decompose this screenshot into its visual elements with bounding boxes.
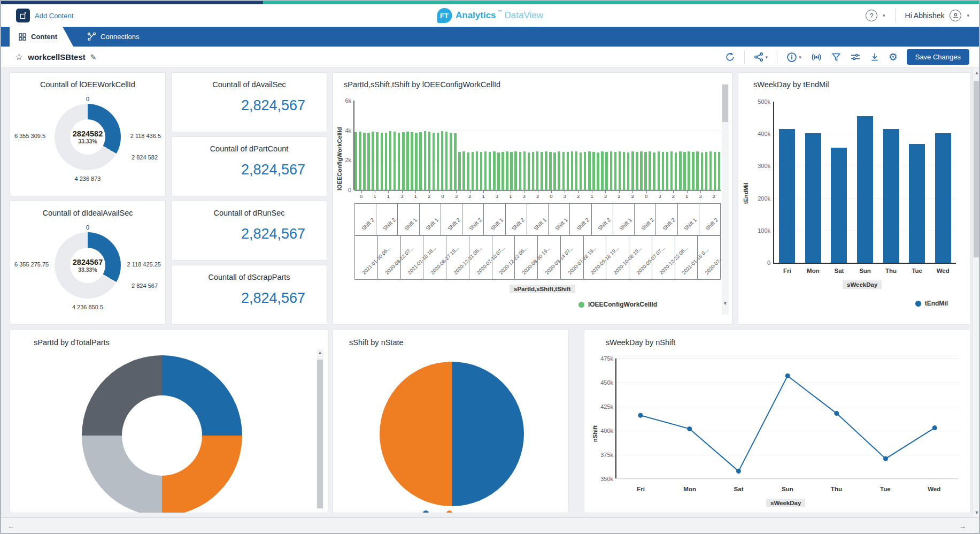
bar (441, 131, 444, 190)
bar (610, 151, 613, 190)
bar (805, 133, 821, 263)
favorite-star-icon[interactable]: ☆ (15, 51, 23, 63)
card-gauge-loeeworkcellid: Countall of lOEEWorkCellId 2824582 33.33… (10, 72, 166, 196)
edit-title-icon[interactable]: ✎ (90, 53, 97, 62)
data-point (687, 426, 692, 431)
add-content-button[interactable]: Add Content (16, 9, 73, 22)
x-category-label: Tue (904, 268, 930, 274)
axis-shift-group: Shift 1 (527, 204, 548, 235)
filter-icon[interactable] (831, 52, 841, 62)
bar (501, 152, 504, 190)
axis-tick-number: 1 (368, 191, 381, 203)
share-caret-icon[interactable]: ▾ (766, 55, 768, 60)
card-gauge-didealavailsec: Countall of dIdealAvailSec 2824567 33.33… (10, 201, 166, 325)
x-axis-title-chip: sPartId,sShift,tShift (510, 285, 575, 293)
bar (354, 132, 357, 190)
bar (688, 151, 690, 190)
kpi-title: Countall of dPartCount (172, 137, 327, 153)
scroll-down-icon[interactable]: ▼ (973, 510, 980, 515)
bar (411, 132, 413, 190)
download-icon[interactable] (870, 52, 879, 62)
nav-tabbar: Content Connections (1, 27, 979, 47)
axis-tick-number: 3 (518, 191, 531, 203)
user-caret-icon[interactable]: ▾ (967, 13, 969, 18)
axis-shift-group: Shift 2 (376, 204, 397, 235)
scroll-right-icon[interactable]: → (959, 522, 966, 530)
bar (605, 152, 608, 190)
bar (450, 133, 452, 190)
document-toolbar: ☆ workcellSBtest ✎ ▾ ▾ ⚙ Save Changes (1, 47, 979, 68)
bar (523, 151, 526, 190)
axis-tick-number: 2 (422, 191, 436, 203)
bar (653, 152, 655, 190)
axis-tier-numbers: 011312032131320321322032132 (354, 190, 721, 203)
bar (619, 151, 621, 190)
kpi-title: Countall of dAvailSec (172, 73, 327, 89)
bar (636, 152, 638, 190)
x-category-label: Thu (812, 486, 861, 492)
axis-tick-number: 1 (476, 191, 490, 203)
bar (532, 152, 535, 190)
bar (571, 151, 574, 190)
tab-content[interactable]: Content (10, 27, 73, 47)
data-point (834, 411, 839, 416)
scroll-down-icon[interactable]: ▼ (722, 301, 729, 306)
gauge-tick-right: 2 118 425.25 (127, 261, 161, 268)
card-nstate-pie: sShift by nState (333, 329, 569, 513)
donut-gauge: 2824567 33.33% (55, 232, 121, 299)
x-axis-title-chip: sWeekDay (843, 280, 882, 289)
scrollbar-thumb[interactable] (317, 360, 323, 508)
axis-date-group: 2020-09-07 07... (629, 236, 652, 279)
scroll-up-icon[interactable]: ▲ (973, 70, 980, 75)
axis-shift-group: Shift 2 (462, 204, 483, 235)
bar (514, 151, 517, 190)
x-category-label: Sun (763, 486, 812, 492)
bar (462, 151, 465, 190)
y-tick-label: 375k (592, 452, 613, 458)
donut-hole (122, 395, 202, 476)
kpi-value: 2,824,567 (172, 97, 327, 114)
help-icon[interactable]: ? (866, 10, 877, 21)
gauge-value: 2824582 (64, 129, 112, 138)
refresh-icon[interactable] (725, 52, 735, 62)
gauge-tick-left: 6 355 309.5 (14, 133, 45, 139)
info-icon[interactable]: ▾ (786, 52, 801, 63)
bar (381, 133, 383, 190)
info-caret-icon[interactable]: ▾ (799, 55, 801, 60)
broadcast-icon[interactable] (811, 52, 822, 63)
save-changes-button[interactable]: Save Changes (907, 49, 969, 65)
bar (363, 133, 366, 190)
user-greeting: Hi Abhishek (905, 11, 945, 20)
tab-connections[interactable]: Connections (79, 27, 151, 47)
gear-icon[interactable]: ⚙ (889, 52, 898, 62)
scrollbar-thumb[interactable] (974, 81, 980, 257)
legend-label: tEndMil (925, 300, 948, 307)
bar (588, 151, 591, 190)
gauge-value: 2824567 (64, 258, 112, 266)
y-tick-label: 500k (748, 98, 770, 105)
x-category-label: Mon (800, 268, 827, 274)
scroll-left-icon[interactable]: ← (7, 522, 14, 530)
page-scrollbar-vertical: ▲ ▼ (972, 68, 980, 517)
kpi-card-stack: Countall of dAvailSec2,824,567Countall o… (171, 68, 327, 325)
bar (385, 133, 388, 190)
legend-dot (446, 510, 452, 513)
help-caret-icon[interactable]: ▾ (883, 13, 885, 18)
scroll-up-icon[interactable]: ▲ (317, 350, 323, 355)
bar (510, 152, 513, 190)
bar (545, 151, 547, 190)
bar (376, 132, 379, 190)
kpi-value: 2,824,567 (172, 226, 327, 242)
axis-tick-number: 3 (395, 191, 408, 203)
card-title: Countall of lOEEWorkCellId (10, 73, 165, 89)
axis-tick-number: 0 (354, 191, 368, 203)
axis-tick-number: 2 (707, 191, 721, 203)
bar (437, 133, 439, 190)
x-axis-line (615, 478, 959, 479)
sliders-icon[interactable] (850, 52, 861, 62)
bar (779, 129, 795, 263)
avatar-icon[interactable] (950, 10, 961, 21)
scrollbar-thumb[interactable] (722, 85, 728, 122)
axis-shift-group: Shift 2 (354, 204, 376, 235)
share-icon[interactable]: ▾ (754, 52, 768, 62)
